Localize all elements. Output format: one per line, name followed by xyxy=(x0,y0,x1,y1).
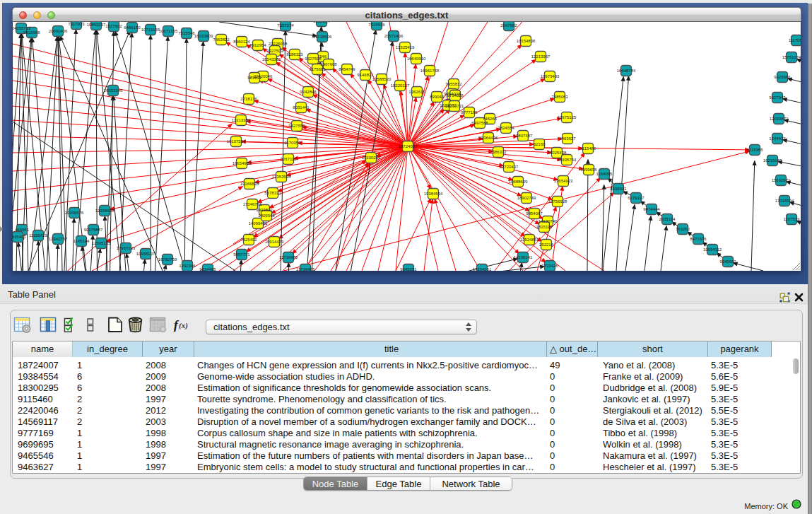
svg-text:9242848: 9242848 xyxy=(300,90,317,94)
svg-text:13588520: 13588520 xyxy=(372,77,392,81)
svg-text:17046766: 17046766 xyxy=(243,202,262,206)
svg-text:3175685: 3175685 xyxy=(309,67,326,71)
svg-text:19166828: 19166828 xyxy=(240,182,259,186)
svg-text:10756928: 10756928 xyxy=(548,199,567,204)
svg-text:10107554: 10107554 xyxy=(227,139,246,144)
svg-text:13524851: 13524851 xyxy=(520,238,539,242)
svg-text:13716485: 13716485 xyxy=(279,255,298,259)
svg-text:9245652: 9245652 xyxy=(719,259,736,264)
svg-text:1527602: 1527602 xyxy=(105,24,122,28)
svg-text:5578332: 5578332 xyxy=(264,191,281,195)
svg-text:1164095: 1164095 xyxy=(596,172,613,176)
svg-text:16640910: 16640910 xyxy=(407,57,426,61)
svg-text:20364436: 20364436 xyxy=(479,136,498,140)
svg-text:9427552: 9427552 xyxy=(288,124,305,128)
svg-text:9227343: 9227343 xyxy=(769,95,786,100)
svg-text:1170053: 1170053 xyxy=(285,141,302,145)
svg-text:465061: 465061 xyxy=(15,228,30,232)
svg-text:16648784: 16648784 xyxy=(617,69,636,73)
svg-text:1815112: 1815112 xyxy=(536,225,553,229)
svg-text:2935114: 2935114 xyxy=(659,217,676,221)
svg-text:9234485: 9234485 xyxy=(199,267,216,271)
svg-text:9115460: 9115460 xyxy=(580,146,597,151)
svg-text:8912954: 8912954 xyxy=(249,43,266,47)
svg-text:7625402: 7625402 xyxy=(240,238,257,242)
svg-text:10671355: 10671355 xyxy=(159,29,178,33)
svg-text:2967608: 2967608 xyxy=(320,62,337,66)
svg-text:9245651: 9245651 xyxy=(400,267,417,271)
svg-text:62160: 62160 xyxy=(534,142,546,146)
svg-text:18724007: 18724007 xyxy=(399,144,418,148)
svg-text:12359928: 12359928 xyxy=(95,209,114,213)
svg-text:8660124: 8660124 xyxy=(233,40,250,44)
svg-text:10958107: 10958107 xyxy=(136,252,155,256)
svg-text:3267110: 3267110 xyxy=(281,157,298,161)
svg-text:15300213: 15300213 xyxy=(362,156,381,160)
svg-text:13325419: 13325419 xyxy=(396,45,415,49)
svg-text:16210643: 16210643 xyxy=(763,158,782,163)
svg-text:16210721: 16210721 xyxy=(445,104,464,108)
svg-text:16543362: 16543362 xyxy=(262,57,281,62)
svg-text:19654983: 19654983 xyxy=(233,161,252,165)
svg-text:9463627: 9463627 xyxy=(559,136,576,141)
svg-text:7357274: 7357274 xyxy=(277,23,294,28)
svg-text:1292346: 1292346 xyxy=(179,264,196,268)
svg-text:7317023: 7317023 xyxy=(68,22,85,26)
svg-text:9734028: 9734028 xyxy=(447,93,464,98)
svg-text:3915401: 3915401 xyxy=(13,235,26,239)
svg-text:26053346: 26053346 xyxy=(104,88,123,93)
svg-text:9327508: 9327508 xyxy=(305,57,322,61)
svg-text:899044: 899044 xyxy=(430,95,445,99)
svg-text:15692971: 15692971 xyxy=(772,178,791,182)
svg-text:8813054: 8813054 xyxy=(313,22,330,23)
svg-text:12213967: 12213967 xyxy=(531,54,551,59)
svg-text:10807487: 10807487 xyxy=(514,134,533,138)
svg-text:14099485: 14099485 xyxy=(249,221,268,226)
svg-text:9777169: 9777169 xyxy=(461,110,478,115)
svg-text:(x): (x) xyxy=(179,321,188,330)
svg-text:8471676: 8471676 xyxy=(690,237,707,241)
svg-text:16782759: 16782759 xyxy=(158,257,177,262)
svg-text:14136141: 14136141 xyxy=(514,255,533,259)
svg-text:2718176: 2718176 xyxy=(240,97,257,101)
svg-text:1409948: 1409948 xyxy=(258,214,275,218)
svg-text:13654923: 13654923 xyxy=(554,179,573,183)
svg-text:15751074: 15751074 xyxy=(782,55,801,59)
svg-text:15495754: 15495754 xyxy=(558,158,577,162)
svg-text:1117053: 1117053 xyxy=(789,38,801,42)
svg-text:16961758: 16961758 xyxy=(420,69,440,73)
svg-text:13716485: 13716485 xyxy=(296,267,315,271)
svg-text:9854067: 9854067 xyxy=(526,211,543,216)
svg-text:19218506: 19218506 xyxy=(313,35,332,39)
svg-text:14120746: 14120746 xyxy=(539,219,558,223)
svg-text:12093872: 12093872 xyxy=(770,117,789,121)
svg-text:9329966: 9329966 xyxy=(774,75,791,79)
svg-text:7386372: 7386372 xyxy=(490,150,507,154)
svg-text:18220137: 18220137 xyxy=(391,83,410,88)
svg-text:12353594: 12353594 xyxy=(272,175,291,179)
svg-text:23226058: 23226058 xyxy=(269,42,288,46)
svg-text:9474444: 9474444 xyxy=(643,207,660,211)
svg-text:1244413: 1244413 xyxy=(769,136,786,141)
svg-text:9327503: 9327503 xyxy=(266,49,283,53)
svg-text:1362615: 1362615 xyxy=(408,90,425,94)
svg-text:3824554: 3824554 xyxy=(498,126,514,130)
svg-text:9810988: 9810988 xyxy=(23,30,40,35)
svg-text:10719155: 10719155 xyxy=(141,28,160,32)
svg-text:9857771: 9857771 xyxy=(233,252,250,257)
svg-text:1733426: 1733426 xyxy=(541,264,558,268)
svg-text:989611: 989611 xyxy=(247,76,261,80)
svg-text:6466160: 6466160 xyxy=(124,25,141,30)
svg-text:252214: 252214 xyxy=(539,243,554,247)
svg-text:13720407: 13720407 xyxy=(500,165,519,169)
svg-text:7485063: 7485063 xyxy=(551,95,568,99)
svg-text:7515546: 7515546 xyxy=(178,31,195,35)
svg-text:8031441: 8031441 xyxy=(293,105,310,110)
svg-text:12942757: 12942757 xyxy=(49,237,68,241)
svg-text:3493822: 3493822 xyxy=(256,208,273,212)
svg-text:10654112: 10654112 xyxy=(703,247,722,252)
svg-text:19384554: 19384554 xyxy=(424,192,443,196)
svg-text:16914479: 16914479 xyxy=(265,240,284,244)
svg-text:90975887: 90975887 xyxy=(84,228,103,232)
svg-text:5215955: 5215955 xyxy=(746,148,763,152)
